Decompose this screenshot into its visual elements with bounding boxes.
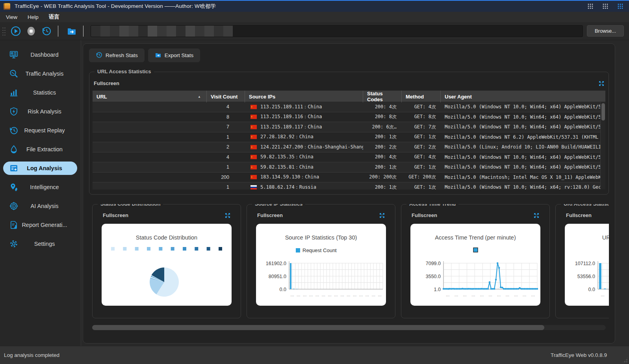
start-capture-button[interactable] (10, 25, 22, 37)
table-row[interactable]: 4★59.82.135.35：China200: 4次GET: 4次Mozill… (93, 152, 605, 163)
table-row[interactable]: 1★59.82.135.81：China200: 1次GET: 1次Mozill… (93, 162, 605, 173)
table-vertical-scrollbar[interactable] (600, 102, 605, 189)
column-header-status-codes[interactable]: Status Codes (363, 91, 402, 102)
sidebar-item-report-generati[interactable]: Report Generati... (3, 218, 77, 232)
column-header-user-agent[interactable]: User Agent (441, 91, 605, 102)
traffic-analysis-icon (9, 69, 19, 79)
sidebar-item-intelligence[interactable]: Intelligence (3, 180, 77, 194)
sidebar-item-settings[interactable]: Settings (3, 237, 77, 251)
flag-cn-icon: ★ (250, 165, 257, 169)
group-title: Status Code Distribution (98, 204, 163, 207)
table-row[interactable]: 1★27.28.182.92：China200: 1次GET: 1次Mozill… (93, 132, 605, 143)
svg-text:…: … (359, 293, 363, 297)
export-stats-button[interactable]: Export Stats (148, 48, 200, 62)
group-title: Access Time Trend (406, 204, 458, 207)
fullscreen-label[interactable]: Fullscreen (566, 212, 592, 218)
refresh-clock-icon (96, 52, 102, 59)
sidebar-item-ai-analysis[interactable]: AI Analysis (3, 199, 77, 213)
sidebar-item-log-analysis[interactable]: Log Analysis (3, 162, 77, 175)
svg-text:…: … (601, 293, 605, 297)
sidebar-item-dashboard[interactable]: Dashboard (3, 48, 77, 61)
scrollbar-thumb[interactable] (601, 103, 605, 121)
main-panel: Refresh Stats Export Stats URL Access St… (83, 43, 615, 344)
svg-text:Access Time Trend (per minute): Access Time Trend (per minute) (435, 234, 516, 241)
grid-menu-icon-1[interactable] (587, 3, 594, 9)
sidebar-item-request-replay[interactable]: Request Replay (3, 124, 77, 137)
fullscreen-label[interactable]: Fullscreen (94, 80, 119, 86)
history-button[interactable] (41, 25, 52, 37)
svg-text:Source IP Statistics (Top 30): Source IP Statistics (Top 30) (285, 234, 357, 241)
column-header-method[interactable]: Method (402, 91, 441, 102)
column-header-url[interactable]: URL▲ (93, 91, 207, 102)
browse-button[interactable]: Browse... (587, 25, 624, 37)
toolbar-separator (58, 26, 58, 37)
cell-source-ip: ★183.134.59.130：China (245, 174, 363, 180)
cell-status-codes: 200: 8次 (363, 113, 402, 120)
grid-menu-icon-3[interactable] (617, 3, 623, 9)
expand-icon[interactable] (379, 213, 385, 218)
chart-card-source-ip-statistics: Source IP Statistics (Top 30)Request Cou… (256, 224, 386, 306)
cell-status-codes: 200: 1次 (363, 164, 402, 171)
table-row[interactable]: 2★124.221.247.200：China-Shanghai-Shangh…… (93, 142, 605, 152)
cell-visit-count: 2 (207, 144, 245, 150)
fullscreen-label[interactable]: Fullscreen (257, 212, 283, 218)
content-area: Refresh Stats Export Stats URL Access St… (81, 40, 629, 346)
svg-text:…: … (488, 293, 492, 297)
flag-cn-icon: ★ (250, 135, 257, 139)
menu-language[interactable]: 语言 (49, 13, 59, 20)
column-header-source-ips[interactable]: Source IPs (245, 91, 363, 102)
menu-help[interactable]: Help (28, 14, 39, 20)
expand-icon[interactable] (534, 213, 539, 218)
url-access-table: URL▲Visit CountSource IPsStatus CodesMet… (93, 91, 605, 189)
table-row[interactable]: 4★113.215.189.111：China200: 4次GET: 4次Moz… (93, 102, 605, 112)
refresh-stats-button[interactable]: Refresh Stats (89, 48, 145, 62)
toolbar-separator (83, 26, 83, 37)
status-message: Log analysis completed (4, 352, 59, 358)
sidebar-item-traffic-analysis[interactable]: Traffic Analysis (3, 67, 77, 80)
column-header-visit-count[interactable]: Visit Count (207, 91, 245, 102)
menu-view[interactable]: View (6, 14, 17, 20)
actions-row: Refresh Stats Export Stats (89, 48, 609, 62)
expand-icon[interactable] (599, 81, 604, 86)
svg-text:…: … (378, 293, 382, 297)
fullscreen-label[interactable]: Fullscreen (103, 212, 128, 218)
svg-text:…: … (365, 293, 369, 297)
stop-capture-button[interactable] (25, 25, 37, 37)
grid-menu-icon-2[interactable] (602, 3, 609, 9)
svg-text:1.0: 1.0 (434, 287, 441, 292)
table-row[interactable]: 8★113.215.189.116：China200: 8次GET: 8次Moz… (93, 112, 605, 123)
resize-grip[interactable] (622, 357, 628, 363)
cell-visit-count: 4 (207, 104, 245, 110)
sidebar-item-risk-analysis[interactable]: Risk Analysis (3, 105, 77, 118)
horizontal-scrollbar[interactable] (92, 325, 606, 330)
expand-icon[interactable] (225, 213, 230, 218)
cell-visit-count: 1 (207, 164, 245, 170)
cell-method: GET: 7次 (402, 124, 441, 130)
file-path-input[interactable] (91, 25, 583, 37)
flag-cn-icon: ★ (250, 175, 257, 179)
table-row[interactable]: 15.188.62.174：Russia200: 1次GET: 1次Mozill… (93, 182, 605, 189)
svg-text:…: … (334, 293, 338, 297)
sidebar-item-label: Statistics (19, 89, 77, 96)
cell-status-codes: 200: 200次 (363, 174, 402, 180)
cell-method: GET: 1次 (402, 134, 441, 140)
chart-card-status-code-distribution: Status Code Distribution (102, 224, 232, 306)
table-row[interactable]: 7★113.215.189.117：China200: 6次…GET: 7次Mo… (93, 122, 605, 132)
svg-text:…: … (497, 293, 501, 297)
cell-source-ip: ★113.215.189.111：China (245, 104, 363, 110)
toolbar-drag-handle[interactable] (2, 26, 6, 36)
cell-method: GET: 200次 (402, 174, 441, 180)
open-folder-button[interactable] (66, 25, 78, 37)
cell-method: GET: 2次 (402, 144, 441, 150)
sidebar-item-statistics[interactable]: Statistics (3, 86, 77, 99)
file-extraction-icon (9, 144, 19, 154)
flag-cn-icon: ★ (250, 125, 257, 129)
sidebar-item-file-extraction[interactable]: File Extraction (3, 143, 77, 156)
group-title: URL Access Statistics (95, 69, 154, 74)
cell-user-agent: Mozilla/5.0 (Windows NT 10.0; Win64; x64… (441, 114, 605, 120)
scrollbar-thumb[interactable] (92, 325, 544, 330)
fullscreen-label[interactable]: Fullscreen (412, 212, 437, 218)
settings-icon (9, 239, 19, 249)
flag-cn-icon: ★ (250, 115, 257, 119)
table-row[interactable]: 200★183.134.59.130：China200: 200次GET: 20… (93, 173, 605, 183)
